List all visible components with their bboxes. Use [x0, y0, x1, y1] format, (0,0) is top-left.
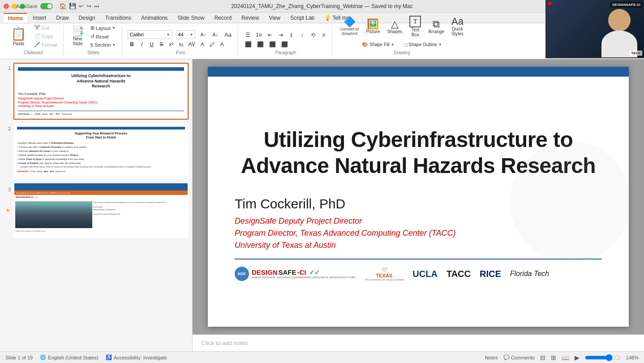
increase-font-button[interactable]: A↑ — [198, 31, 208, 38]
slide2-subbullet: Compliant with White House Office of Sci… — [20, 166, 185, 169]
slide-role: DesignSafe Deputy Project Director Progr… — [235, 215, 456, 251]
window-title: 20240124_TAMU_Zhe_Zhang_CyberTraining_We… — [231, 3, 412, 9]
new-slide-button[interactable]: 📑 New Slide — [69, 25, 86, 48]
font-color-button[interactable]: A — [198, 40, 207, 48]
rice-logo: RICE — [480, 269, 501, 279]
copy-button[interactable]: 📄 Copy — [32, 32, 60, 40]
align-text-button[interactable]: ≡ — [319, 31, 328, 39]
bold-button[interactable]: B — [128, 40, 137, 48]
save-icon: 💾 — [69, 3, 76, 9]
underline-button[interactable]: U — [147, 40, 156, 48]
slide-thumbnail-2: 2 Supporting Your Research ProcessFrom S… — [4, 123, 189, 179]
decrease-indent-button[interactable]: ⇤ — [266, 31, 275, 39]
drawing-group: 🔷 Convert to SmartArt 🖼️ Picture △ Shape… — [334, 25, 470, 57]
slide-3-content: Earthquakes | Housing | NHERI Datasets |… — [14, 183, 188, 237]
convert-smartart-button[interactable]: 🔷 Convert to SmartArt — [338, 15, 362, 38]
home-icon: 🏠 — [59, 3, 66, 9]
more-icon[interactable]: ••• — [94, 4, 99, 9]
slide2-bullet4: • Upload additional data to your researc… — [17, 154, 185, 157]
slide-thumb-1[interactable]: Utilizing Cyberinfrastructure toAdvance … — [13, 63, 189, 120]
font-size-dropdown[interactable]: 44 ▼ — [176, 30, 196, 39]
layout-button[interactable]: ⊞ Layout ▼ — [88, 24, 118, 32]
slide-number-3: 3 — [4, 182, 11, 192]
cut-icon: ✂️ — [34, 25, 40, 30]
subscript-button[interactable]: x₂ — [177, 40, 186, 48]
comments-toggle[interactable]: 💬 Comments — [503, 354, 535, 360]
ds-name: DESIGNSAFE-CI ✓✓ — [252, 268, 356, 276]
reading-view-icon[interactable]: 📖 — [562, 354, 569, 361]
line-spacing-button[interactable]: ↕ — [298, 31, 307, 39]
ucla-logo: UCLA — [412, 269, 438, 279]
slide-canvas[interactable]: Utilizing Cyberinfrastructure to Advance… — [208, 67, 629, 327]
clipboard-items: 📋 Paste ✂️ Cut 📄 Copy 🖌️ Format — [7, 24, 60, 48]
slide2-bullet1: • Explore relevant prior work in Publish… — [17, 142, 185, 145]
format-painter-button[interactable]: 🖌️ Format — [32, 41, 60, 48]
slides-group-title: Slides — [87, 50, 99, 55]
slide-thumb-3[interactable]: Earthquakes | Housing | NHERI Datasets |… — [13, 182, 189, 238]
text-highlight-button[interactable]: 🖊 — [208, 40, 217, 48]
slideshow-icon[interactable]: ▶ — [575, 354, 580, 361]
video-overlay: DESIGNSAFE-CI TACC — [545, 0, 644, 58]
cut-button[interactable]: ✂️ Cut — [32, 24, 60, 31]
tab-transitions[interactable]: Transitions — [101, 13, 136, 22]
shapes-button[interactable]: △ Shapes — [384, 17, 405, 36]
close-button[interactable] — [4, 4, 9, 9]
autosave-toggle[interactable] — [40, 3, 53, 9]
tab-review[interactable]: Review — [237, 13, 263, 22]
notes-area[interactable]: Click to add notes — [193, 334, 644, 351]
tab-animations[interactable]: Animations — [137, 13, 172, 22]
normal-view-icon[interactable]: ⊟ — [540, 354, 545, 361]
italic-button[interactable]: I — [137, 40, 146, 48]
slide-area: Utilizing Cyberinfrastructure to Advance… — [193, 59, 644, 351]
font-name-dropdown[interactable]: Calibri ▼ — [128, 30, 172, 39]
tacc-logo: TACC — [447, 269, 471, 279]
picture-button[interactable]: 🖼️ Picture — [363, 17, 382, 36]
text-direction-button[interactable]: ⟲ — [309, 31, 318, 39]
textbox-icon: T — [409, 16, 421, 27]
section-button[interactable]: § Section ▼ — [88, 41, 118, 48]
superscript-button[interactable]: x² — [167, 40, 176, 48]
quick-styles-button[interactable]: Aa Quick Styles — [449, 15, 466, 38]
slide3-caption: California Flooding from the Ark Storm — [14, 229, 188, 233]
bullets-button[interactable]: ☰ — [243, 31, 252, 39]
tab-home[interactable]: Home — [4, 13, 27, 23]
tab-record[interactable]: Record — [210, 13, 236, 22]
ds-checkmark-icon: ✓✓ — [309, 269, 320, 276]
tab-draw[interactable]: Draw — [52, 13, 73, 22]
tab-scriptlab[interactable]: Script Lab — [286, 13, 319, 22]
notes-toggle[interactable]: Notes — [485, 355, 498, 360]
decrease-font-button[interactable]: A↓ — [210, 31, 220, 38]
align-center-button[interactable]: ⬛ — [255, 40, 266, 48]
text-box-button[interactable]: T Text Box — [407, 14, 424, 39]
shape-fill-button[interactable]: 🎨 Shape Fill ▼ — [360, 41, 396, 48]
tab-view[interactable]: View — [264, 13, 285, 22]
tab-insert[interactable]: Insert — [28, 13, 51, 22]
redo-icon[interactable]: ↪ — [86, 3, 91, 9]
zoom-slider[interactable] — [585, 354, 621, 361]
text-shadow-button[interactable]: A — [218, 40, 227, 48]
undo-icon[interactable]: ↩ — [79, 3, 84, 9]
slide2-topbar — [17, 127, 185, 130]
logo-ft-thumb: Florida Tech — [62, 113, 72, 115]
shape-outline-button[interactable]: □ Shape Outline ▼ — [402, 41, 444, 48]
font-spacing-button[interactable]: AV — [187, 40, 197, 48]
justify-button[interactable]: ⬛ — [279, 40, 290, 48]
slide3-image — [15, 201, 92, 228]
increase-indent-button[interactable]: ⇥ — [276, 31, 285, 39]
numbering-button[interactable]: 1≡ — [254, 31, 264, 39]
accessibility-status[interactable]: ♿ Accessibility: Investigate — [106, 354, 167, 360]
arrange-button[interactable]: ⧉ Arrange — [425, 17, 447, 36]
paste-button[interactable]: 📋 Paste — [7, 25, 30, 48]
language-status: 🌐 English (United States) — [40, 354, 99, 360]
align-right-button[interactable]: ⬛ — [267, 40, 278, 48]
slide-sorter-icon[interactable]: ⊞ — [551, 354, 556, 361]
reset-button[interactable]: ↺ Reset — [88, 33, 118, 40]
strikethrough-button[interactable]: S — [157, 40, 166, 48]
columns-button[interactable]: ⫿ — [287, 31, 296, 39]
align-left-button[interactable]: ⬛ — [243, 40, 253, 48]
tab-slideshow[interactable]: Slide Show — [173, 13, 209, 22]
tab-design[interactable]: Design — [74, 13, 99, 22]
slide-thumb-2[interactable]: Supporting Your Research ProcessFrom Sta… — [13, 123, 189, 179]
clear-format-button[interactable]: Aa — [222, 30, 234, 39]
paragraph-group: ☰ 1≡ ⇤ ⇥ ⫿ ↕ ⟲ ≡ ⬛ ⬛ ⬛ ⬛ Paragraph — [240, 25, 332, 57]
